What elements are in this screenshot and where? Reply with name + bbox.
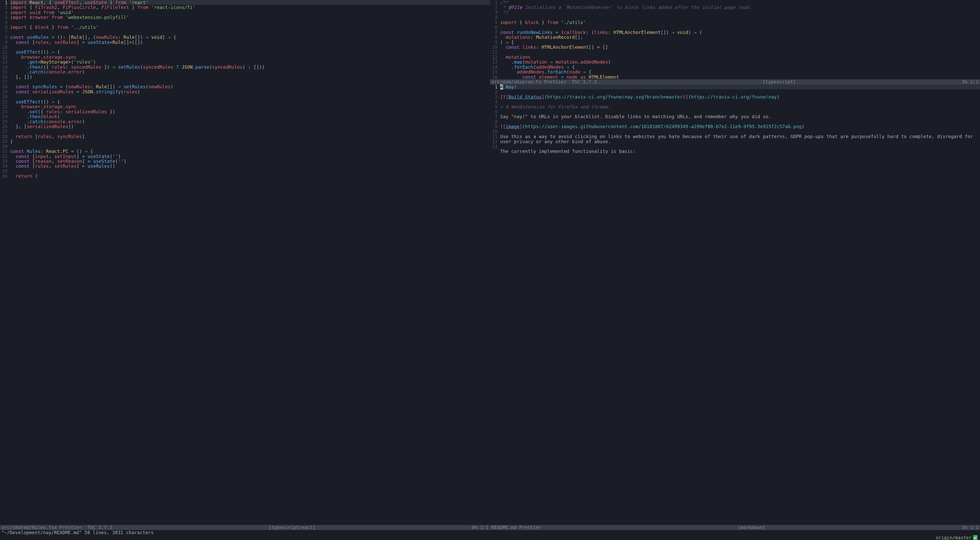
right-top-statusline: src/dom/observe.ts Prettier TSC 3.7.3 [t… [490,80,980,84]
right-top-buffer[interactable]: 12345678910111213141516 /** * @file Init… [490,0,980,80]
left-gutter: 1234567891011121314151617181920212223242… [0,0,10,525]
right-column: 12345678910111213141516 /** * @file Init… [490,0,980,530]
git-branch: origin/master [935,535,972,540]
left-pane[interactable]: 1234567891011121314151617181920212223242… [0,0,490,530]
lint-ok-icon: ✔ [973,535,977,540]
right-bottom-pane[interactable]: 12345678910111213 # Nay! [![Build Status… [490,84,980,530]
statusline-ft: [typescriptreact] [112,525,472,530]
left-buffer[interactable]: 1234567891011121314151617181920212223242… [0,0,490,525]
right-bottom-statusline: README.md Prettier [markdown] 1% 1:1 [490,525,980,530]
vim-root: 1234567891011121314151617181920212223242… [0,0,980,540]
right-bottom-buffer[interactable]: 12345678910111213 # Nay! [![Build Status… [490,84,980,525]
right-top-gutter: 12345678910111213141516 [490,0,500,80]
statusline-file: src/shared/Rules.tsx Prettier TSC 3.7.3 [2,525,112,530]
statusline-pos: 0% 1:1 [472,525,488,530]
left-code[interactable]: import React, { useEffect, useState } fr… [10,0,490,525]
right-top-code[interactable]: /** * @file Initializes a `MutationObser… [500,0,980,80]
statusline-ft: [markdown] [541,525,962,530]
right-bottom-gutter: 12345678910111213 [490,84,500,525]
left-statusline: src/shared/Rules.tsx Prettier TSC 3.7.3 … [0,525,490,530]
statusline-file: README.md Prettier [492,525,541,530]
statusline-pos: 1% 1:1 [962,525,978,530]
right-top-pane[interactable]: 12345678910111213141516 /** * @file Init… [490,0,980,84]
ruler: origin/master ✔ [0,535,980,540]
statusline-pos: 3% 1:1 [962,80,978,84]
split-container: 1234567891011121314151617181920212223242… [0,0,980,530]
statusline-ft: [typescript] [597,80,962,84]
command-line[interactable]: "~/Development/nay/README.md" 58 lines, … [0,530,980,535]
right-bottom-code[interactable]: # Nay! [![Build Status](https://travis-c… [500,84,980,525]
statusline-file: src/dom/observe.ts Prettier TSC 3.7.3 [492,80,597,84]
left-column: 1234567891011121314151617181920212223242… [0,0,490,530]
